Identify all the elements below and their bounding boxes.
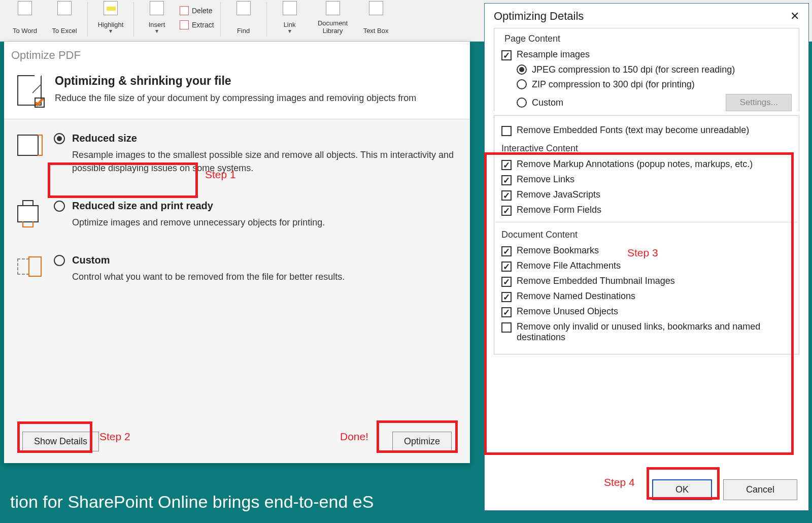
radio-icon bbox=[517, 79, 527, 89]
checkbox-icon bbox=[501, 307, 512, 317]
checkbox-icon bbox=[501, 246, 512, 256]
jpeg-compression-radio[interactable]: JPEG compression to 150 dpi (for screen … bbox=[517, 64, 792, 75]
radio-icon bbox=[54, 201, 65, 212]
remove-javascripts-checkbox[interactable]: Remove JavaScripts bbox=[501, 189, 792, 201]
radio-icon bbox=[517, 97, 527, 108]
reduced-size-icon bbox=[17, 135, 39, 156]
annotation-step2: Step 2 bbox=[99, 431, 130, 443]
extract-button[interactable]: Extract bbox=[177, 18, 217, 31]
text-box-button[interactable]: Text Box bbox=[356, 1, 396, 38]
find-button[interactable]: Find bbox=[224, 1, 263, 38]
printer-icon bbox=[17, 205, 39, 222]
remove-invalid-links-checkbox[interactable]: Remove only invalid or unused links, boo… bbox=[501, 321, 792, 343]
document-library-button[interactable]: Document Library bbox=[310, 1, 356, 38]
panel-window-title: Optimize PDF bbox=[4, 42, 470, 64]
annotation-step1: Step 1 bbox=[205, 169, 236, 181]
annotation-step4: Step 4 bbox=[604, 476, 635, 488]
magnifier-icon bbox=[236, 1, 251, 15]
custom-radio[interactable]: Custom bbox=[54, 254, 457, 266]
excel-icon bbox=[57, 1, 72, 15]
radio-icon bbox=[54, 255, 65, 266]
reduced-size-radio[interactable]: Reduced size bbox=[54, 133, 457, 144]
remove-named-destinations-checkbox[interactable]: Remove Named Destinations bbox=[501, 291, 792, 302]
interactive-content-group: Interactive Content bbox=[501, 143, 792, 154]
trash-icon bbox=[180, 6, 189, 15]
optimize-pdf-panel: Optimize PDF ✔ Optimizing & shrinking yo… bbox=[4, 42, 470, 463]
checkbox-icon bbox=[501, 292, 512, 302]
highlight-button[interactable]: Highlight bbox=[91, 1, 130, 38]
delete-button[interactable]: Delete bbox=[177, 4, 217, 17]
checkbox-icon bbox=[501, 206, 512, 216]
to-excel-button[interactable]: To Excel bbox=[45, 1, 84, 38]
remove-form-fields-checkbox[interactable]: Remove Form Fields bbox=[501, 205, 792, 216]
remove-embedded-fonts-checkbox[interactable]: Remove Embedded Fonts (text may become u… bbox=[501, 125, 792, 136]
insert-button[interactable]: Insert bbox=[137, 1, 177, 38]
word-icon bbox=[18, 1, 32, 15]
panel-subheading: Reduce the file size of your document by… bbox=[55, 93, 416, 104]
print-ready-desc: Optimize images and remove unnecessary o… bbox=[72, 216, 457, 229]
checkbox-icon bbox=[501, 190, 512, 201]
checkbox-icon bbox=[501, 50, 512, 60]
checkbox-icon bbox=[501, 277, 512, 287]
remove-markup-checkbox[interactable]: Remove Markup Annotations (popup notes, … bbox=[501, 159, 792, 170]
document-content-group: Document Content bbox=[501, 230, 792, 240]
page-content-group: Page Content bbox=[501, 34, 792, 44]
annotation-done: Done! bbox=[340, 431, 368, 443]
link-button[interactable]: Link bbox=[270, 1, 310, 38]
to-word-button[interactable]: To Word bbox=[5, 1, 45, 38]
remove-unused-objects-checkbox[interactable]: Remove Unused Objects bbox=[501, 306, 792, 317]
dialog-title: Optimizing Details bbox=[494, 10, 584, 23]
radio-icon bbox=[517, 64, 527, 75]
checkbox-icon bbox=[501, 262, 512, 272]
extract-icon bbox=[180, 20, 189, 29]
custom-desc: Control what you want to be removed from… bbox=[72, 270, 457, 283]
print-ready-label: Reduced size and print ready bbox=[72, 200, 213, 212]
checkbox-icon bbox=[501, 175, 512, 185]
zip-compression-radio[interactable]: ZIP compression to 300 dpi (for printing… bbox=[517, 79, 792, 90]
remove-attachments-checkbox[interactable]: Remove File Attachments bbox=[501, 260, 792, 272]
settings-button: Settings... bbox=[726, 94, 792, 111]
custom-compression-radio[interactable]: Custom bbox=[517, 97, 563, 108]
optimize-button[interactable]: Optimize bbox=[392, 432, 452, 451]
show-details-button[interactable]: Show Details bbox=[22, 432, 99, 451]
print-ready-radio[interactable]: Reduced size and print ready bbox=[54, 200, 457, 212]
annotation-step3: Step 3 bbox=[627, 247, 658, 259]
custom-icon bbox=[17, 256, 39, 276]
reduced-size-label: Reduced size bbox=[72, 133, 137, 144]
checkbox-icon bbox=[501, 126, 512, 136]
link-icon bbox=[283, 1, 297, 15]
resample-images-checkbox[interactable]: Resample images bbox=[501, 49, 792, 60]
remove-links-checkbox[interactable]: Remove Links bbox=[501, 174, 792, 185]
insert-page-icon bbox=[150, 1, 164, 15]
dialog-close-button[interactable]: ✕ bbox=[790, 10, 799, 23]
panel-heading: Optimizing & shrinking your file bbox=[55, 74, 416, 88]
ok-button[interactable]: OK bbox=[652, 479, 712, 500]
highlight-icon bbox=[104, 1, 118, 15]
remove-thumbnails-checkbox[interactable]: Remove Embedded Thumbnail Images bbox=[501, 276, 792, 287]
textbox-icon bbox=[369, 1, 383, 15]
cancel-button[interactable]: Cancel bbox=[723, 479, 797, 500]
library-icon bbox=[326, 1, 340, 15]
radio-icon bbox=[54, 133, 65, 144]
optimize-file-icon: ✔ bbox=[17, 76, 42, 106]
reduced-size-desc: Resample images to the smallest possible… bbox=[72, 148, 457, 175]
checkbox-icon bbox=[501, 160, 512, 170]
custom-label: Custom bbox=[72, 254, 110, 266]
checkbox-icon bbox=[501, 322, 512, 333]
